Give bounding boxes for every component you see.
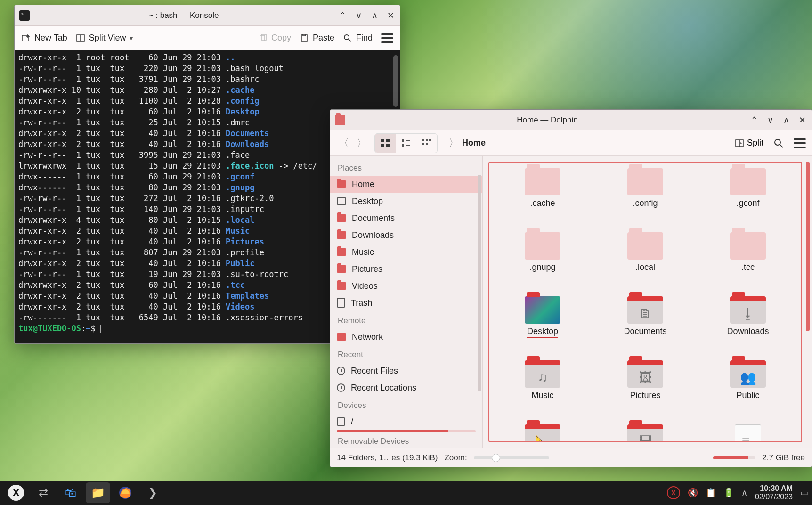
keep-above-button[interactable]: ⌃ [338,11,347,20]
new-tab-label: New Tab [34,33,67,43]
file-item[interactable]: ⭳Downloads [710,296,786,358]
file-item[interactable]: .gnupg [505,232,580,294]
folder-icon [335,115,345,125]
app-launcher-button[interactable]: X [4,482,28,503]
file-icon [735,424,761,442]
breadcrumb[interactable]: 〉 Home [449,137,486,149]
clipboard-icon[interactable]: 📋 [706,488,716,498]
file-item[interactable]: 🖼Pictures [608,360,683,423]
file-item[interactable]: .gconf [710,168,786,230]
compact-view-button[interactable] [396,134,416,153]
back-button[interactable]: 〈 [336,135,352,151]
tray-expand-icon[interactable]: ∧ [741,488,747,498]
red-icon [337,248,346,256]
sidebar-item-label: Recent Files [351,366,398,376]
red-icon [337,180,346,188]
folder-icon: ♫ [525,360,560,388]
sidebar-item-downloads[interactable]: Downloads [330,227,482,244]
dolphin-titlebar[interactable]: Home — Dolphin ⌃ ∨ ∧ ✕ [330,110,812,130]
svg-rect-16 [406,140,410,141]
svg-point-28 [775,139,780,145]
file-item[interactable]: 🎞 [608,424,683,442]
konsole-titlebar[interactable]: ~ : bash — Konsole ⌃ ∨ ∧ ✕ [15,5,400,26]
svg-rect-22 [422,143,424,145]
forward-button[interactable]: 〉 [354,135,370,151]
search-button[interactable] [772,137,785,150]
find-button[interactable]: Find [343,33,373,43]
file-item-label: Documents [624,326,666,336]
keep-above-button[interactable]: ⌃ [749,115,759,125]
split-button[interactable]: Split [735,138,763,148]
svg-line-10 [349,39,351,41]
file-item[interactable]: Desktop [505,296,580,358]
firefox-task-button[interactable] [113,482,138,503]
split-view-button[interactable]: Split View ▾ [76,33,133,43]
file-item[interactable] [710,424,786,442]
file-item[interactable]: .local [608,232,683,294]
trash-icon [337,298,345,308]
clock-time: 10:30 AM [755,484,793,493]
file-item[interactable]: .config [608,168,683,230]
file-grid[interactable]: .cache.config.gconf.gnupg.local.tccDeskt… [488,162,802,442]
breadcrumb-home[interactable]: Home [462,138,486,148]
file-item[interactable]: .tcc [710,232,786,294]
file-item-label: Downloads [727,326,769,336]
file-item[interactable]: 🗎Documents [608,296,683,358]
sidebar-item-desktop[interactable]: Desktop [330,193,482,210]
tuxedo-control-icon[interactable]: X [667,486,680,499]
clock-icon [337,383,345,392]
sidebar-item-recent-locations[interactable]: Recent Locations [330,379,482,396]
file-item[interactable]: .cache [505,168,580,230]
maximize-button[interactable]: ∧ [781,115,791,125]
sidebar-item-videos[interactable]: Videos [330,277,482,294]
sidebar-item-trash[interactable]: Trash [330,294,482,311]
close-button[interactable]: ✕ [386,11,395,20]
icons-view-button[interactable] [375,134,396,153]
file-item[interactable]: 📐 [505,424,580,442]
sidebar-item-label: / [351,417,353,427]
search-icon [343,33,352,43]
dolphin-task-button[interactable]: 📁 [86,482,110,503]
konsole-task-button[interactable]: ❯ [140,482,165,503]
fileview-scrollbar[interactable] [806,162,810,331]
system-tray: X 🔇 📋 🔋 ∧ 10:30 AM 02/07/2023 ▭ [667,484,808,501]
sidebar-item-documents[interactable]: Documents [330,210,482,227]
sidebar-item-network[interactable]: Network [330,328,482,345]
sidebar-heading: Places [330,159,482,176]
hamburger-menu-button[interactable] [381,33,393,43]
discover-button[interactable]: 🛍 [58,482,83,503]
minimize-button[interactable]: ∨ [765,115,775,125]
svg-rect-15 [402,139,404,142]
volume-muted-icon[interactable]: 🔇 [688,488,698,498]
clock[interactable]: 10:30 AM 02/07/2023 [755,484,793,501]
paste-button[interactable]: Paste [300,33,334,43]
svg-line-29 [780,145,783,147]
dolphin-title: Home — Dolphin [350,115,745,125]
sidebar-item-recent-files[interactable]: Recent Files [330,362,482,379]
new-tab-button[interactable]: New Tab [21,33,67,43]
maximize-button[interactable]: ∧ [370,11,379,20]
disk-icon [337,417,345,426]
file-item[interactable]: ♫Music [505,360,580,423]
dolphin-window: Home — Dolphin ⌃ ∨ ∧ ✕ 〈 〉 〉 Home [330,109,812,467]
sidebar-item-pictures[interactable]: Pictures [330,261,482,277]
sidebar-item-home[interactable]: Home [330,176,482,193]
close-button[interactable]: ✕ [797,115,807,125]
file-item[interactable]: 👥Public [710,360,786,423]
task-manager-button[interactable]: ⇄ [31,482,56,503]
split-view-label: Split View [89,33,126,43]
hamburger-menu-button[interactable] [794,138,806,148]
sidebar-heading: Removable Devices [330,432,482,448]
battery-icon[interactable]: 🔋 [723,488,734,498]
sidebar-item-music[interactable]: Music [330,244,482,261]
zoom-slider[interactable] [474,456,549,459]
sidebar-scrollbar[interactable] [478,175,481,391]
copy-button[interactable]: Copy [258,33,291,43]
sidebar-item--[interactable]: / [330,413,482,430]
file-item-label: .gnupg [529,262,555,272]
details-view-button[interactable] [416,134,437,153]
minimize-button[interactable]: ∨ [354,11,363,20]
file-item-label: Pictures [630,391,660,400]
show-desktop-icon[interactable]: ▭ [800,488,808,498]
file-view: .cache.config.gconf.gnupg.local.tccDeskt… [483,156,812,448]
